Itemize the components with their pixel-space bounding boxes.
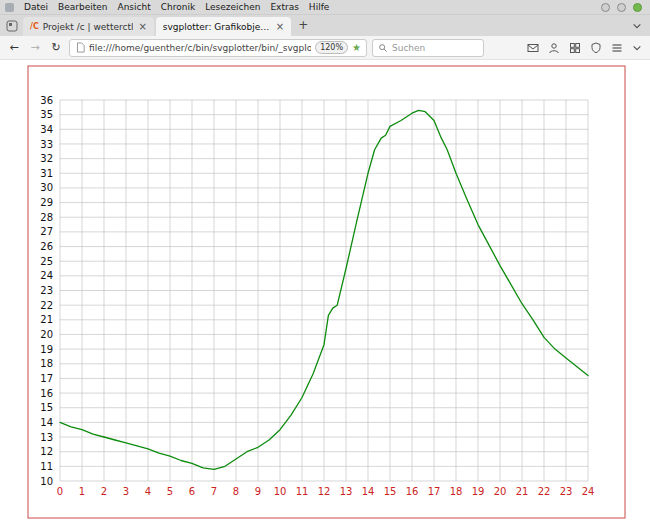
page-content: 0123456789101112131415161718192021222324… bbox=[0, 60, 650, 528]
svg-text:11: 11 bbox=[296, 486, 309, 497]
svg-text:22: 22 bbox=[40, 300, 53, 311]
tab-close-icon[interactable]: × bbox=[276, 22, 284, 32]
svg-text:21: 21 bbox=[516, 486, 529, 497]
svg-text:16: 16 bbox=[406, 486, 419, 497]
svg-text:10: 10 bbox=[274, 486, 287, 497]
tab-svgplotter[interactable]: svgplotter: Grafikobjekt auf × bbox=[156, 17, 291, 36]
chart-frame bbox=[28, 66, 625, 518]
svg-text:30: 30 bbox=[40, 182, 53, 193]
list-tabs-chevron-icon[interactable] bbox=[632, 21, 642, 31]
svg-text:13: 13 bbox=[340, 486, 353, 497]
svg-text:15: 15 bbox=[40, 402, 53, 413]
tab-close-icon[interactable]: × bbox=[138, 22, 146, 32]
minimize-button[interactable] bbox=[601, 3, 610, 12]
svg-text:20: 20 bbox=[494, 486, 507, 497]
svg-text:15: 15 bbox=[384, 486, 397, 497]
svg-text:16: 16 bbox=[40, 388, 53, 399]
svg-text:20: 20 bbox=[40, 329, 53, 340]
menu-datei[interactable]: Datei bbox=[19, 1, 53, 13]
svg-text:5: 5 bbox=[167, 486, 173, 497]
menu-icon[interactable] bbox=[611, 42, 623, 54]
firefox-view-icon[interactable] bbox=[6, 20, 18, 32]
tab-label: Projekt /c | wetterctl bbox=[43, 22, 134, 32]
svg-text:2: 2 bbox=[101, 486, 107, 497]
url-bar[interactable]: file:///home/guenther/c/bin/svgplotter/b… bbox=[69, 39, 367, 57]
svg-text:33: 33 bbox=[40, 139, 53, 150]
svg-text:25: 25 bbox=[40, 256, 53, 267]
svg-text:35: 35 bbox=[40, 109, 53, 120]
svg-text:1: 1 bbox=[79, 486, 85, 497]
search-icon bbox=[378, 43, 388, 53]
svg-text:19: 19 bbox=[472, 486, 485, 497]
svg-text:19: 19 bbox=[40, 344, 53, 355]
browser-window: Datei Bearbeiten Ansicht Chronik Lesezei… bbox=[0, 0, 650, 528]
zoom-indicator[interactable]: 120% bbox=[315, 41, 348, 54]
menu-chronik[interactable]: Chronik bbox=[156, 1, 200, 13]
bookmark-star-icon[interactable]: ★ bbox=[352, 43, 361, 53]
svg-text:0: 0 bbox=[57, 486, 63, 497]
menu-lesezeichen[interactable]: Lesezeichen bbox=[200, 1, 265, 13]
svg-text:23: 23 bbox=[40, 285, 53, 296]
menu-ansicht[interactable]: Ansicht bbox=[112, 1, 155, 13]
tab-bar: /C Projekt /c | wetterctl × svgplotter: … bbox=[0, 15, 650, 36]
close-button[interactable] bbox=[633, 3, 642, 12]
window-controls bbox=[601, 3, 645, 12]
svg-text:24: 24 bbox=[40, 270, 53, 281]
back-button[interactable]: ← bbox=[6, 42, 22, 53]
svg-text:9: 9 bbox=[255, 486, 261, 497]
overflow-chevron-icon[interactable] bbox=[632, 43, 642, 53]
svg-text:18: 18 bbox=[40, 358, 53, 369]
chart-svg: 0123456789101112131415161718192021222324… bbox=[0, 60, 650, 528]
menu-bar: Datei Bearbeiten Ansicht Chronik Lesezei… bbox=[0, 0, 650, 15]
menu-extras[interactable]: Extras bbox=[265, 1, 303, 13]
svg-text:36: 36 bbox=[40, 95, 53, 106]
svg-text:12: 12 bbox=[318, 486, 331, 497]
svg-text:6: 6 bbox=[189, 486, 195, 497]
svg-text:17: 17 bbox=[428, 486, 441, 497]
search-bar[interactable]: Suchen bbox=[372, 39, 484, 57]
url-text[interactable]: file:///home/guenther/c/bin/svgplotter/b… bbox=[89, 43, 311, 53]
extensions-icon[interactable] bbox=[569, 42, 581, 54]
tab-projekt-wetterctl[interactable]: /C Projekt /c | wetterctl × bbox=[23, 17, 154, 36]
toolbar-icons bbox=[527, 42, 644, 54]
app-icon bbox=[5, 3, 14, 12]
svg-text:34: 34 bbox=[40, 124, 53, 135]
maximize-button[interactable] bbox=[617, 3, 626, 12]
svg-text:21: 21 bbox=[40, 314, 53, 325]
x-axis-labels: 0123456789101112131415161718192021222324 bbox=[57, 486, 595, 497]
svg-text:7: 7 bbox=[211, 486, 217, 497]
menu-hilfe[interactable]: Hilfe bbox=[304, 1, 334, 13]
chart-grid bbox=[60, 100, 588, 481]
tab-label: svgplotter: Grafikobjekt auf bbox=[163, 22, 271, 32]
svg-text:3: 3 bbox=[123, 486, 129, 497]
navigation-bar: ← → ↻ file:///home/guenther/c/bin/svgplo… bbox=[0, 36, 650, 60]
forward-button[interactable]: → bbox=[27, 42, 43, 53]
svg-text:12: 12 bbox=[40, 446, 53, 457]
mail-icon[interactable] bbox=[527, 42, 539, 54]
svg-text:24: 24 bbox=[582, 486, 595, 497]
new-tab-button[interactable]: + bbox=[291, 18, 315, 34]
tab-favicon: /C bbox=[30, 22, 39, 31]
svg-text:26: 26 bbox=[40, 241, 53, 252]
svg-text:14: 14 bbox=[40, 417, 53, 428]
svg-text:14: 14 bbox=[362, 486, 375, 497]
shield-icon[interactable] bbox=[590, 42, 602, 54]
svg-text:11: 11 bbox=[40, 461, 53, 472]
svg-text:27: 27 bbox=[40, 226, 53, 237]
svg-text:23: 23 bbox=[560, 486, 573, 497]
svg-text:13: 13 bbox=[40, 432, 53, 443]
svg-text:31: 31 bbox=[40, 168, 53, 179]
svg-text:8: 8 bbox=[233, 486, 239, 497]
svg-text:4: 4 bbox=[145, 486, 151, 497]
svg-text:10: 10 bbox=[40, 476, 53, 487]
svg-text:29: 29 bbox=[40, 197, 53, 208]
menu-bearbeiten[interactable]: Bearbeiten bbox=[53, 1, 112, 13]
account-icon[interactable] bbox=[548, 42, 560, 54]
svg-text:18: 18 bbox=[450, 486, 463, 497]
svg-text:32: 32 bbox=[40, 153, 53, 164]
reload-button[interactable]: ↻ bbox=[48, 42, 64, 53]
svg-text:22: 22 bbox=[538, 486, 551, 497]
svg-text:17: 17 bbox=[40, 373, 53, 384]
svg-text:28: 28 bbox=[40, 212, 53, 223]
y-axis-labels: 1011121314151617181920212223242526272829… bbox=[40, 95, 53, 487]
